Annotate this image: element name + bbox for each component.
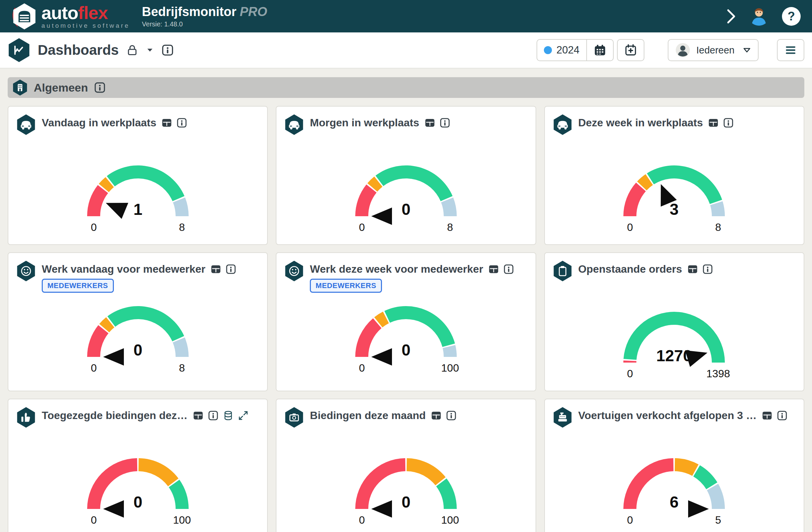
gauge-min-label: 0 [91, 514, 97, 526]
gauge-chart: 605 [604, 445, 744, 526]
dashboard-card: Morgen in werkplaats 008 [276, 106, 536, 245]
gauge: 108 [16, 152, 259, 234]
card-actions [431, 410, 456, 421]
garage-logo-icon [11, 2, 38, 30]
expand-icon[interactable] [238, 410, 248, 421]
car-icon [553, 114, 572, 135]
calendar-add-button[interactable] [618, 40, 644, 60]
gauge-min-label: 0 [91, 362, 97, 374]
gauge-segment-blue [710, 201, 725, 216]
card-title: Werk deze week voor medewerker [310, 263, 483, 275]
year-label: 2024 [556, 44, 580, 56]
gauge-segment-red [355, 458, 405, 509]
gauge: 008 [285, 152, 527, 234]
gauge-segment-red [623, 458, 673, 509]
database-icon[interactable] [223, 410, 233, 421]
info-icon[interactable] [446, 410, 456, 421]
info-icon[interactable] [723, 117, 734, 128]
gauge-chart: 008 [68, 293, 208, 374]
gauge: 00100 [285, 293, 527, 374]
audience-label: Iedereen [696, 45, 735, 56]
dashboards-toolbar: Dashboards 2024 [0, 32, 812, 69]
calendar-plus-icon [624, 44, 637, 56]
year-button[interactable]: 2024 [537, 40, 586, 60]
card-header: Werk deze week voor medewerker MEDEWERKE… [285, 260, 527, 293]
table-icon[interactable] [708, 117, 719, 128]
dashboard-card: Biedingen deze maand 00100 [276, 399, 536, 532]
page-title: Dashboards [38, 42, 119, 58]
dashboard-card: Vandaag in werkplaats 108 [8, 106, 268, 245]
gauge-value: 0 [133, 341, 142, 359]
dashboard-card: Openstaande orders 127001398 [544, 252, 804, 391]
gauge-value: 3 [670, 200, 679, 218]
app-title: Bedrijfsmonitor [142, 5, 236, 19]
gauge: 127001398 [553, 298, 796, 380]
help-label: ? [788, 9, 795, 24]
hamburger-icon [784, 44, 797, 56]
gauge-segment-blue [173, 337, 189, 357]
autoflex-logo: autoflex automotive software [11, 2, 130, 30]
gauge-segment-green [436, 478, 457, 509]
dashboard-card: Werk deze week voor medewerker MEDEWERKE… [276, 252, 536, 391]
card-actions [708, 117, 734, 128]
gauge-segment-red [355, 318, 382, 357]
gauge-needle [688, 500, 709, 518]
info-icon[interactable] [702, 264, 713, 274]
cash-register-icon [553, 407, 572, 428]
gauge-segment-green [384, 306, 455, 347]
table-icon[interactable] [162, 117, 172, 128]
calendar-button[interactable] [586, 40, 613, 60]
gauge-max-label: 8 [715, 221, 721, 233]
calendar-icon [594, 44, 606, 56]
help-button[interactable]: ? [782, 7, 801, 26]
table-icon[interactable] [489, 264, 499, 274]
smiley-icon [285, 260, 304, 282]
gauge-segment-blue [441, 197, 457, 216]
gauge-max-label: 8 [179, 221, 185, 233]
table-icon[interactable] [211, 264, 221, 274]
add-period-box [617, 39, 644, 61]
table-icon[interactable] [431, 410, 441, 421]
gauge-value: 0 [402, 493, 411, 511]
gauge-segment-orange [675, 458, 698, 476]
info-icon[interactable] [440, 117, 450, 128]
building-hexagon-icon [12, 79, 28, 96]
gauge-chart: 00100 [68, 445, 208, 526]
gauge-needle [371, 500, 392, 518]
car-icon [16, 114, 36, 135]
table-icon[interactable] [425, 117, 435, 128]
gauge-segment-blue [173, 197, 189, 216]
thumbs-up-icon [16, 407, 36, 428]
info-icon[interactable] [177, 117, 187, 128]
info-icon[interactable] [162, 44, 174, 56]
app-version: Versie: 1.48.0 [142, 20, 267, 28]
chevron-down-outline-icon [742, 46, 751, 55]
card-title: Toegezegde biedingen dez… [42, 409, 188, 422]
camera-icon [285, 407, 304, 428]
section-header-algemeen[interactable]: Algemeen [8, 77, 804, 98]
info-icon[interactable] [777, 410, 787, 421]
gauge-max-label: 8 [179, 362, 185, 374]
audience-dropdown[interactable]: Iedereen [668, 39, 759, 61]
gauge: 308 [553, 152, 796, 234]
gauge-value: 6 [670, 493, 679, 511]
info-icon[interactable] [208, 410, 218, 421]
table-icon[interactable] [762, 410, 772, 421]
lock-icon[interactable] [126, 44, 138, 56]
gauge-segment-green [169, 480, 189, 509]
gauge-max-label: 8 [447, 221, 453, 233]
table-icon[interactable] [687, 264, 698, 274]
gauge-max-label: 100 [173, 514, 191, 526]
chevron-down-icon[interactable] [146, 46, 154, 55]
info-icon[interactable] [226, 264, 236, 274]
gauge-max-label: 100 [441, 362, 459, 374]
gauge: 605 [553, 445, 796, 526]
chevron-right-icon[interactable] [726, 9, 736, 24]
table-icon[interactable] [193, 410, 203, 421]
info-icon[interactable] [504, 264, 514, 274]
gauge-needle [103, 348, 124, 366]
user-avatar[interactable] [749, 7, 769, 26]
menu-button[interactable] [777, 39, 804, 61]
info-icon[interactable] [94, 82, 105, 93]
dashboard-card: Werk vandaag voor medewerker MEDEWERKERS… [8, 252, 268, 391]
